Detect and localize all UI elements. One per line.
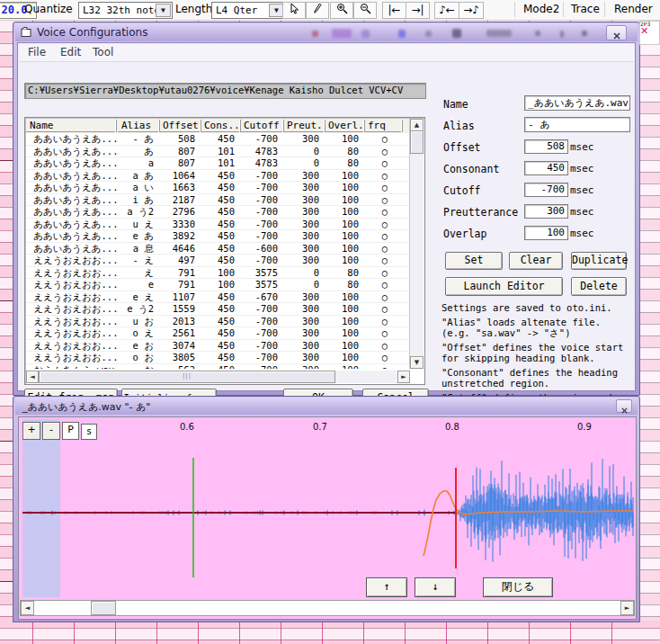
- scroll-left-button[interactable]: ◄: [26, 371, 39, 383]
- table-cell: 3805: [161, 352, 195, 362]
- table-cell: 100: [326, 327, 359, 338]
- column-header-3[interactable]: Cons...: [201, 120, 241, 132]
- scroll-right-button[interactable]: ►: [620, 601, 634, 615]
- set-button[interactable]: Set: [445, 252, 503, 270]
- table-row[interactable]: _ええうおえおお...o お3805450-700300100○: [26, 352, 410, 364]
- zoom-in-button[interactable]: [330, 2, 353, 19]
- table-row[interactable]: _ええうおえおお...o え2561450-700300100○: [26, 327, 410, 340]
- column-header-0[interactable]: Name: [26, 120, 117, 132]
- table-row[interactable]: _ああいあうえあ...a8071014783080○: [26, 157, 410, 170]
- column-header-7[interactable]: frq: [364, 120, 403, 132]
- move-up-button[interactable]: ↑: [366, 577, 407, 597]
- table-row[interactable]: _ええうおえおお...- え497450-700300100○: [26, 255, 410, 267]
- mode2-button[interactable]: Mode2: [522, 2, 561, 17]
- vertical-scroll-thumb[interactable]: [410, 130, 424, 154]
- move-down-button[interactable]: ↓: [415, 577, 456, 597]
- table-cell: 0: [285, 267, 319, 278]
- scroll-right-button[interactable]: ►: [397, 371, 410, 383]
- menu-file[interactable]: File: [24, 46, 49, 58]
- zoom-out-button[interactable]: [353, 2, 377, 19]
- column-header-2[interactable]: Offset: [159, 120, 201, 132]
- delete-button[interactable]: Delete: [571, 277, 627, 296]
- play-button[interactable]: P: [62, 422, 79, 440]
- table-row[interactable]: _ああいあうえあ...a い1663450-700300100○: [26, 182, 410, 194]
- zoom-out-button-editor[interactable]: -: [42, 422, 60, 440]
- scroll-up-button[interactable]: ▲: [410, 119, 424, 131]
- table-row[interactable]: _ええうおえおお...e う21559450-700300100○: [26, 303, 410, 316]
- table-row[interactable]: _ええうおえおお...u お2013450-700300100○: [26, 316, 410, 328]
- prev-note-button[interactable]: ♪←: [434, 2, 459, 19]
- overlap-input[interactable]: 100: [524, 226, 568, 240]
- go-start-button[interactable]: |←: [382, 2, 406, 19]
- table-row[interactable]: _ああいあうえあ...i あ2187450-700300100○: [26, 194, 410, 207]
- pen-tool-button[interactable]: [306, 2, 329, 19]
- table-row[interactable]: _ええうおえおお...え7911003575080○: [26, 267, 410, 280]
- table-cell: 450: [202, 291, 235, 302]
- go-end-button[interactable]: →|: [406, 2, 430, 19]
- duplicate-button[interactable]: Duplicate: [571, 252, 627, 270]
- scroll-down-button[interactable]: ▼: [410, 356, 424, 369]
- launch-editor-button[interactable]: Launch Editor: [445, 277, 563, 296]
- quantize-dropdown-icon[interactable]: ▼: [156, 4, 171, 17]
- offset-input[interactable]: 508: [524, 139, 568, 154]
- table-cell: ○: [366, 146, 404, 157]
- menu-tool[interactable]: Tool: [89, 46, 117, 58]
- table-cell: _ああいあうえあ...: [28, 194, 118, 205]
- waveform-scrollbar[interactable]: ◄ ►: [20, 600, 635, 616]
- spectrum-button[interactable]: s: [81, 424, 97, 440]
- trace-button[interactable]: Trace: [569, 2, 602, 17]
- table-row[interactable]: _ああいあうえあ...- あ508450-700300100○: [26, 133, 410, 146]
- waveform-scroll-thumb[interactable]: [91, 601, 116, 615]
- table-vertical-scrollbar[interactable]: ▲ ▼: [409, 119, 424, 369]
- scroll-left-button[interactable]: ◄: [21, 601, 34, 615]
- name-input[interactable]: _ああいあうえあ.wav: [524, 95, 630, 111]
- column-header-6[interactable]: Overl...: [325, 120, 365, 132]
- quantize-select[interactable]: L32 32th note ▼: [78, 2, 173, 19]
- help-line: "Consonant" defines the heading: [441, 367, 638, 378]
- table-cell: 80: [326, 157, 359, 168]
- table-row[interactable]: _ああいあうえあ...a 息4646450-600300100○: [26, 243, 410, 255]
- table-row[interactable]: _ああいあうえあ...e あ3892450-700300100○: [26, 230, 410, 243]
- blurred-toolbar-artifact: [312, 31, 318, 37]
- table-row[interactable]: _ああいあうえあ...あ8071014783080○: [26, 146, 410, 158]
- table-cell: ○: [366, 219, 404, 229]
- column-header-4[interactable]: Cutoff: [240, 120, 284, 132]
- table-row[interactable]: _ええうおえおお...e7911003575080○: [26, 279, 410, 291]
- table-horizontal-scrollbar[interactable]: ◄ ||| ►: [26, 371, 410, 383]
- waveform-display[interactable]: [19, 419, 636, 599]
- cutoff-input[interactable]: -700: [524, 183, 568, 197]
- dialog-close-button[interactable]: [606, 25, 627, 40]
- render-button[interactable]: Render: [612, 2, 655, 17]
- table-cell: ○: [366, 230, 404, 241]
- next-note-button[interactable]: →♪: [459, 2, 484, 19]
- blurred-toolbar-artifact: [582, 31, 587, 36]
- table-row[interactable]: _ええうおえおお...e え1107450-670300100○: [26, 291, 410, 304]
- plugin-shortcut-icon[interactable]: 2P3 ✕: [639, 21, 660, 45]
- close-editor-button[interactable]: 閉じる: [483, 577, 553, 597]
- zoom-in-button-editor[interactable]: +: [22, 422, 40, 440]
- clear-button[interactable]: Clear: [509, 252, 563, 270]
- table-row[interactable]: _おうんあんう.wav- お562450-700300100○: [26, 364, 410, 370]
- horizontal-scroll-thumb[interactable]: |||: [39, 371, 335, 383]
- table-cell: e え: [120, 291, 154, 302]
- table-row[interactable]: _ああいあうえあ...a う22796450-700300100○: [26, 206, 410, 219]
- pointer-tool-button[interactable]: [282, 2, 306, 19]
- alias-input[interactable]: - あ: [524, 117, 630, 132]
- table-row[interactable]: _ええうおえおお...e お3074450-700300100○: [26, 340, 410, 353]
- length-select[interactable]: L4 Qter note ▼: [211, 2, 286, 19]
- table-cell: あ: [120, 146, 154, 157]
- column-header-5[interactable]: Preut...: [283, 120, 326, 132]
- table-cell: _ええうおえおお...: [28, 255, 118, 265]
- table-row[interactable]: _ああいあうえあ...a あ1064450-700300100○: [26, 170, 410, 183]
- table-cell: -700: [242, 170, 278, 181]
- table-row[interactable]: _ああいあうえあ...u え3330450-700300100○: [26, 219, 410, 231]
- menu-edit[interactable]: Edit: [57, 46, 85, 58]
- consonant-input[interactable]: 450: [524, 161, 568, 175]
- table-cell: _ええうおえおお...: [28, 279, 118, 290]
- dialog-titlebar[interactable]: Voice Configurations: [15, 23, 638, 41]
- msec-label: msec: [570, 163, 594, 174]
- editor-titlebar[interactable]: _ああいあうえあ.wav "- あ": [15, 398, 638, 415]
- preutterance-input[interactable]: 300: [524, 204, 568, 219]
- editor-close-button[interactable]: [616, 399, 632, 413]
- column-header-1[interactable]: Alias: [118, 120, 160, 132]
